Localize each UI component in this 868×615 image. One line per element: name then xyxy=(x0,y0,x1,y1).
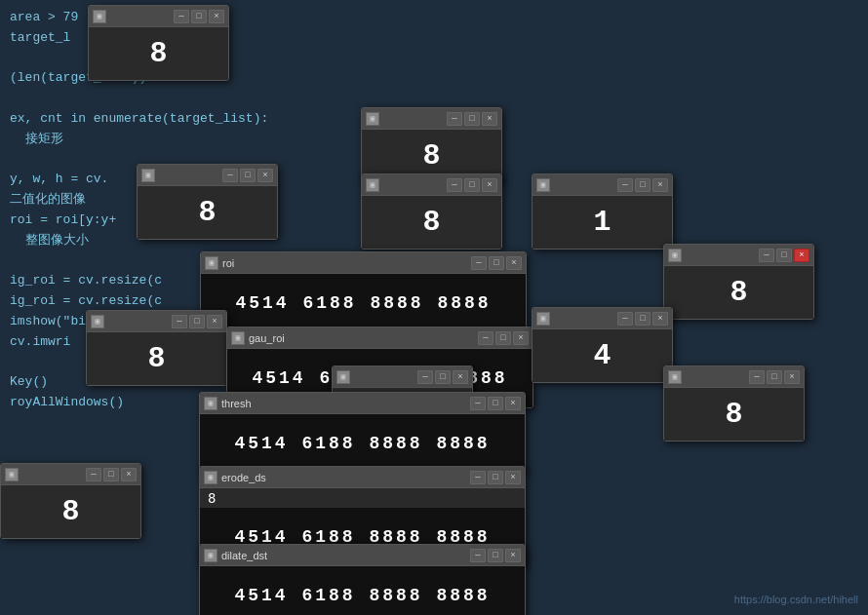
maximize-btn-10[interactable]: □ xyxy=(635,312,651,326)
titlebar-5: ▣ — □ × xyxy=(533,174,672,196)
maximize-btn-8[interactable]: □ xyxy=(189,315,205,328)
maximize-btn-3[interactable]: □ xyxy=(240,169,256,182)
close-btn-1[interactable]: × xyxy=(209,10,224,23)
win-icon-13: ▣ xyxy=(668,370,682,384)
maximize-btn-roi[interactable]: □ xyxy=(489,256,504,270)
win-icon-1: ▣ xyxy=(93,10,106,23)
close-btn-thresh[interactable]: × xyxy=(505,397,521,410)
titlebar-4: ▣ — □ × xyxy=(362,174,501,196)
close-btn-2[interactable]: × xyxy=(482,112,497,126)
minimize-btn-1[interactable]: — xyxy=(174,10,189,23)
close-btn-4[interactable]: × xyxy=(482,178,497,192)
window-5: ▣ — □ × 1 xyxy=(532,173,673,250)
minimize-btn-roi[interactable]: — xyxy=(471,256,487,270)
content-13: 8 xyxy=(664,388,804,441)
minimize-btn-13[interactable]: — xyxy=(749,370,765,384)
win-icon-thresh: ▣ xyxy=(204,397,217,410)
close-btn-gau-roi[interactable]: × xyxy=(513,331,529,345)
window-16: ▣ — □ × 8 xyxy=(0,463,141,539)
minimize-btn-3[interactable]: — xyxy=(222,169,238,182)
win-icon-2: ▣ xyxy=(366,112,379,126)
win-icon-erode: ▣ xyxy=(204,471,217,484)
maximize-btn-5[interactable]: □ xyxy=(635,178,651,192)
window-1: ▣ — □ × 8 xyxy=(88,5,229,81)
window-10: ▣ — □ × 4 xyxy=(532,307,673,383)
minimize-btn-16[interactable]: — xyxy=(86,468,101,481)
titlebar-roi: ▣ roi — □ × xyxy=(201,252,526,274)
content-3: 8 xyxy=(138,186,277,239)
maximize-btn-2[interactable]: □ xyxy=(464,112,480,126)
close-btn-5[interactable]: × xyxy=(652,178,668,192)
content-8: 8 xyxy=(87,332,226,385)
minimize-btn-erode[interactable]: — xyxy=(470,471,486,484)
window-4: ▣ — □ × 8 xyxy=(361,173,502,250)
content-10: 4 xyxy=(533,329,672,382)
maximize-btn-11[interactable]: □ xyxy=(435,370,451,384)
window-6: ▣ — □ × 8 xyxy=(663,244,814,320)
close-btn-roi[interactable]: × xyxy=(506,256,522,270)
content-5: 1 xyxy=(533,196,672,249)
imgdata-thresh: 4514 6188 8888 8888 xyxy=(226,428,497,459)
close-btn-11[interactable]: × xyxy=(453,370,468,384)
minimize-btn-2[interactable]: — xyxy=(447,112,462,126)
window-dilate: ▣ dilate_dst — □ × 4514 6188 8888 8888 xyxy=(199,544,526,615)
titlebar-gau-roi: ▣ gau_roi — □ × xyxy=(227,327,533,349)
content-4: 8 xyxy=(362,196,501,249)
close-btn-10[interactable]: × xyxy=(652,312,668,326)
maximize-btn-dilate[interactable]: □ xyxy=(488,549,503,562)
win-icon-16: ▣ xyxy=(5,468,19,481)
close-btn-13[interactable]: × xyxy=(784,370,800,384)
window-8: ▣ — □ × 8 xyxy=(86,310,227,386)
close-btn-dilate[interactable]: × xyxy=(505,549,521,562)
close-btn-6[interactable]: × xyxy=(794,249,809,262)
maximize-btn-erode[interactable]: □ xyxy=(488,471,503,484)
value-2: 8 xyxy=(408,134,454,178)
content-thresh: 4514 6188 8888 8888 xyxy=(200,414,525,473)
win-title-thresh: thresh xyxy=(221,398,252,409)
close-btn-erode[interactable]: × xyxy=(505,471,521,484)
close-btn-16[interactable]: × xyxy=(121,468,137,481)
win-title-dilate: dilate_dst xyxy=(221,550,267,561)
maximize-btn-13[interactable]: □ xyxy=(767,370,782,384)
maximize-btn-gau-roi[interactable]: □ xyxy=(495,331,511,345)
win-icon-10: ▣ xyxy=(536,312,550,326)
watermark: https://blog.csdn.net/hihell xyxy=(734,594,858,605)
value-13: 8 xyxy=(710,392,757,437)
value-5: 1 xyxy=(578,200,625,245)
titlebar-3: ▣ — □ × xyxy=(138,165,277,186)
maximize-btn-6[interactable]: □ xyxy=(776,249,792,262)
minimize-btn-5[interactable]: — xyxy=(617,178,633,192)
value-8: 8 xyxy=(133,336,179,381)
minimize-btn-6[interactable]: — xyxy=(759,249,774,262)
minimize-btn-8[interactable]: — xyxy=(172,315,187,328)
titlebar-10: ▣ — □ × xyxy=(533,308,672,329)
erode-label-area: 8 xyxy=(200,488,525,508)
content-16: 8 xyxy=(1,485,140,538)
titlebar-8: ▣ — □ × xyxy=(87,311,226,332)
titlebar-dilate: ▣ dilate_dst — □ × xyxy=(200,545,525,566)
minimize-btn-11[interactable]: — xyxy=(417,370,433,384)
win-icon-roi: ▣ xyxy=(205,256,218,270)
minimize-btn-4[interactable]: — xyxy=(447,178,462,192)
minimize-btn-10[interactable]: — xyxy=(617,312,633,326)
maximize-btn-16[interactable]: □ xyxy=(103,468,119,481)
maximize-btn-4[interactable]: □ xyxy=(464,178,480,192)
titlebar-6: ▣ — □ × xyxy=(664,245,813,266)
titlebar-erode: ▣ erode_ds — □ × xyxy=(200,467,525,488)
titlebar-thresh: ▣ thresh — □ × xyxy=(200,393,525,414)
close-btn-8[interactable]: × xyxy=(207,315,222,328)
win-title-erode: erode_ds xyxy=(221,472,266,483)
minimize-btn-dilate[interactable]: — xyxy=(470,549,486,562)
win-icon-6: ▣ xyxy=(668,249,682,262)
value-16: 8 xyxy=(47,489,94,534)
content-1: 8 xyxy=(89,27,228,80)
maximize-btn-thresh[interactable]: □ xyxy=(488,397,503,410)
win-icon-3: ▣ xyxy=(141,169,155,182)
titlebar-1: ▣ — □ × xyxy=(89,6,228,27)
maximize-btn-1[interactable]: □ xyxy=(191,10,207,23)
minimize-btn-gau-roi[interactable]: — xyxy=(478,331,493,345)
minimize-btn-thresh[interactable]: — xyxy=(470,397,486,410)
win-icon-gau-roi: ▣ xyxy=(231,331,245,345)
window-2: ▣ — □ × 8 xyxy=(361,107,502,183)
close-btn-3[interactable]: × xyxy=(257,169,273,182)
